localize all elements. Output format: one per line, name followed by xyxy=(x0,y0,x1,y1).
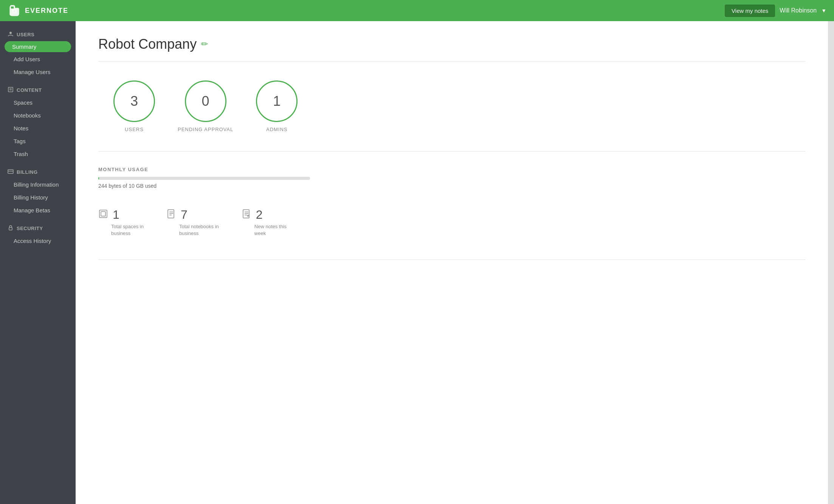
stat-pending: 0 PENDING APPROVAL xyxy=(178,80,233,132)
stat-value-users: 3 xyxy=(130,93,138,109)
sidebar-section-billing: BILLING xyxy=(0,165,76,178)
logo-text: EVERNOTE xyxy=(25,7,68,15)
monthly-usage-title: MONTHLY USAGE xyxy=(98,167,805,172)
layout: USERS Summary Add Users Manage Users CON… xyxy=(0,21,834,504)
stat-circle-pending: 0 xyxy=(185,80,226,122)
sidebar-section-security-label: SECURITY xyxy=(17,226,43,231)
svg-rect-7 xyxy=(9,227,12,230)
svg-rect-9 xyxy=(101,212,105,216)
progress-bar-fill xyxy=(98,177,99,180)
sidebar-section-content: CONTENT xyxy=(0,83,76,96)
view-notes-button[interactable]: View my notes xyxy=(725,5,775,17)
sidebar-item-access-history[interactable]: Access History xyxy=(3,235,73,247)
notebooks-biz-icon xyxy=(166,209,176,221)
biz-value-new-notes: 2 xyxy=(256,208,263,222)
biz-label-new-notes: New notes thisweek xyxy=(242,223,287,237)
divider-3 xyxy=(98,260,805,260)
sidebar: USERS Summary Add Users Manage Users CON… xyxy=(0,21,76,504)
progress-bar-background xyxy=(98,177,310,180)
stat-label-admins: ADMINS xyxy=(266,127,288,132)
spaces-biz-icon xyxy=(98,209,108,221)
business-stats-row: 1 Total spaces inbusiness 7 Total notebo… xyxy=(98,200,805,244)
stat-label-pending: PENDING APPROVAL xyxy=(178,127,233,132)
usage-text: 244 bytes of 10 GB used xyxy=(98,183,805,189)
sidebar-item-trash[interactable]: Trash xyxy=(3,148,73,160)
stat-admins: 1 ADMINS xyxy=(256,80,298,132)
edit-company-icon[interactable]: ✏ xyxy=(201,39,208,49)
sidebar-item-tags[interactable]: Tags xyxy=(3,135,73,147)
svg-rect-5 xyxy=(8,170,13,173)
user-name: Will Robinson xyxy=(780,7,817,14)
biz-stat-notebooks-top: 7 xyxy=(166,208,219,222)
sidebar-item-summary[interactable]: Summary xyxy=(5,41,71,52)
biz-label-notebooks: Total notebooks inbusiness xyxy=(166,223,219,237)
biz-stat-new-notes-top: 2 xyxy=(242,208,287,222)
biz-value-notebooks: 7 xyxy=(181,208,188,222)
svg-rect-8 xyxy=(99,210,107,218)
sidebar-item-manage-betas[interactable]: Manage Betas xyxy=(3,204,73,216)
sidebar-section-content-label: CONTENT xyxy=(17,87,42,93)
biz-stat-notebooks: 7 Total notebooks inbusiness xyxy=(166,208,219,237)
sidebar-item-spaces[interactable]: Spaces xyxy=(3,96,73,109)
biz-label-spaces: Total spaces inbusiness xyxy=(98,223,144,237)
header: EVERNOTE View my notes Will Robinson ▼ xyxy=(0,0,834,21)
sidebar-item-add-users[interactable]: Add Users xyxy=(3,53,73,65)
biz-stat-new-notes: 2 New notes thisweek xyxy=(242,208,287,237)
biz-stat-spaces-top: 1 xyxy=(98,208,144,222)
sidebar-section-users-label: USERS xyxy=(17,32,34,37)
biz-stat-spaces: 1 Total spaces inbusiness xyxy=(98,208,144,237)
evernote-logo-icon xyxy=(8,4,21,17)
page-title-row: Robot Company ✏ xyxy=(98,36,805,52)
biz-value-spaces: 1 xyxy=(113,208,119,222)
sidebar-section-security: SECURITY xyxy=(0,221,76,234)
sidebar-item-billing-information[interactable]: Billing Information xyxy=(3,178,73,191)
sidebar-item-manage-users[interactable]: Manage Users xyxy=(3,66,73,78)
sidebar-section-users: USERS xyxy=(0,27,76,40)
svg-rect-2 xyxy=(8,87,13,92)
content-section-icon xyxy=(8,87,14,94)
sidebar-item-notes[interactable]: Notes xyxy=(3,122,73,135)
monthly-usage-section: MONTHLY USAGE 244 bytes of 10 GB used 1 … xyxy=(98,159,805,252)
user-dropdown-icon[interactable]: ▼ xyxy=(821,8,826,14)
stat-circle-users: 3 xyxy=(113,80,155,122)
stat-value-admins: 1 xyxy=(273,93,281,109)
users-section-icon xyxy=(8,31,14,38)
security-section-icon xyxy=(8,225,14,232)
page-title: Robot Company xyxy=(98,36,197,52)
sidebar-item-billing-history[interactable]: Billing History xyxy=(3,191,73,204)
main-content: Robot Company ✏ 3 USERS 0 PENDING APPROV… xyxy=(76,21,828,504)
divider-1 xyxy=(98,61,805,62)
scrollbar[interactable] xyxy=(828,21,834,504)
stats-row: 3 USERS 0 PENDING APPROVAL 1 ADMINS xyxy=(98,69,805,144)
sidebar-section-billing-label: BILLING xyxy=(17,169,38,175)
header-right: View my notes Will Robinson ▼ xyxy=(725,5,826,17)
divider-2 xyxy=(98,151,805,152)
stat-label-users: USERS xyxy=(125,127,144,132)
new-notes-biz-icon xyxy=(242,209,251,221)
svg-rect-10 xyxy=(168,210,174,218)
logo-area: EVERNOTE xyxy=(8,4,725,17)
stat-circle-admins: 1 xyxy=(256,80,298,122)
billing-section-icon xyxy=(8,169,14,176)
stat-value-pending: 0 xyxy=(202,93,209,109)
stat-users: 3 USERS xyxy=(113,80,155,132)
sidebar-item-notebooks[interactable]: Notebooks xyxy=(3,109,73,122)
svg-point-1 xyxy=(9,32,12,34)
